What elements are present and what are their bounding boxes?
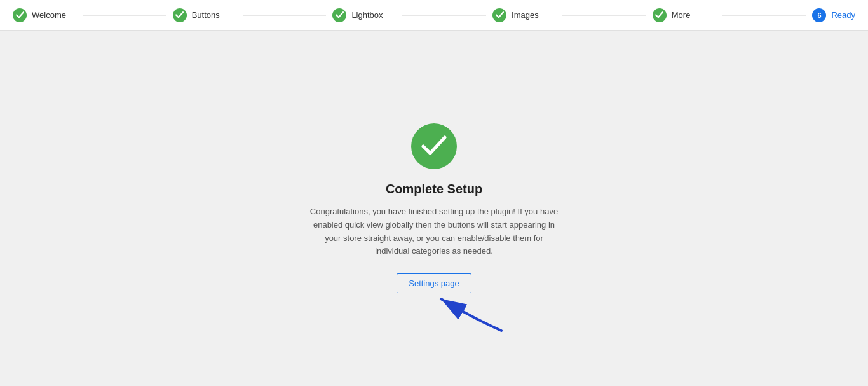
step-welcome-label: Welcome — [32, 10, 66, 20]
setup-description: Congratulations, you have finished setti… — [307, 205, 561, 258]
wizard-navigation: Welcome Buttons Lightbox Images — [0, 0, 868, 31]
step-buttons-label: Buttons — [192, 10, 220, 20]
complete-check-icon — [411, 123, 457, 169]
step-images-label: Images — [512, 10, 539, 20]
step-more-label: More — [672, 10, 691, 20]
step-welcome[interactable]: Welcome — [13, 8, 173, 22]
step-more[interactable]: More — [653, 8, 813, 22]
setup-title: Complete Setup — [386, 182, 482, 196]
step-lightbox[interactable]: Lightbox — [332, 8, 492, 22]
step-images-check-icon — [492, 8, 506, 22]
annotation-arrow — [435, 286, 505, 337]
step-buttons-check-icon — [173, 8, 187, 22]
button-with-arrow: Settings page — [397, 273, 471, 293]
step-more-check-icon — [653, 8, 667, 22]
step-lightbox-label: Lightbox — [351, 10, 383, 20]
step-lightbox-check-icon — [332, 8, 346, 22]
step-buttons[interactable]: Buttons — [173, 8, 333, 22]
step-welcome-check-icon — [13, 8, 27, 22]
settings-page-button[interactable]: Settings page — [397, 273, 471, 293]
step-images[interactable]: Images — [492, 8, 653, 22]
step-ready-number-icon: 6 — [812, 8, 826, 22]
main-content: Complete Setup Congratulations, you have… — [0, 31, 868, 386]
step-ready-label: Ready — [831, 10, 855, 20]
step-ready[interactable]: 6 Ready — [812, 8, 855, 22]
